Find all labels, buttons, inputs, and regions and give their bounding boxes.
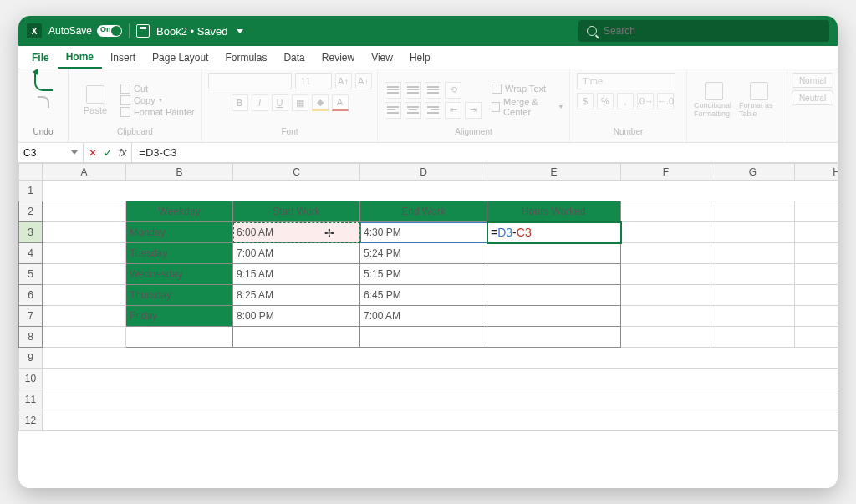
cell[interactable] (621, 327, 711, 348)
cell[interactable] (43, 201, 126, 222)
underline-button[interactable]: U (272, 94, 288, 111)
confirm-formula-button[interactable]: ✓ (104, 147, 112, 159)
search-box[interactable] (578, 20, 829, 42)
cell[interactable] (621, 222, 711, 243)
align-right-button[interactable] (425, 102, 441, 119)
tab-insert[interactable]: Insert (102, 46, 144, 69)
format-as-table-button[interactable]: Format as Table (739, 82, 779, 119)
decrease-decimal-button[interactable]: ←.0 (657, 93, 674, 109)
autosave-toggle[interactable]: AutoSave On (48, 25, 122, 37)
cut-button[interactable]: Cut (120, 84, 195, 94)
tab-data[interactable]: Data (275, 46, 313, 69)
select-all-corner[interactable] (19, 164, 43, 181)
cell[interactable] (711, 327, 795, 348)
cell[interactable] (43, 348, 838, 369)
row-header[interactable]: 2 (19, 201, 43, 222)
chevron-down-icon[interactable] (237, 29, 243, 33)
cell[interactable] (795, 201, 838, 222)
document-title[interactable]: Book2 • Saved (156, 25, 228, 38)
cell[interactable] (43, 222, 126, 243)
orientation-button[interactable]: ⟲ (445, 82, 461, 99)
switch-icon[interactable]: On (97, 25, 122, 37)
row-header[interactable]: 9 (19, 348, 43, 369)
cell-D3[interactable]: 4:30 PM (360, 222, 487, 243)
font-family-select[interactable] (208, 73, 292, 89)
tab-home[interactable]: Home (58, 46, 102, 69)
table-header-end[interactable]: End Work (360, 201, 487, 222)
col-header-H[interactable]: H (795, 164, 838, 181)
cell[interactable] (43, 306, 126, 327)
row-header[interactable]: 8 (19, 327, 43, 348)
row-header[interactable]: 3 (19, 222, 43, 243)
cell[interactable] (711, 285, 795, 306)
italic-button[interactable]: I (252, 94, 268, 111)
cell-E7[interactable] (487, 306, 621, 327)
cell-C8[interactable] (233, 327, 360, 348)
cell-D6[interactable]: 6:45 PM (360, 285, 487, 306)
currency-button[interactable]: $ (577, 93, 594, 109)
table-header-start[interactable]: Start Work (233, 201, 360, 222)
table-header-weekday[interactable]: Weekday (126, 201, 233, 222)
cell[interactable] (795, 285, 838, 306)
col-header-E[interactable]: E (487, 164, 621, 181)
cell[interactable] (795, 222, 838, 243)
col-header-B[interactable]: B (126, 164, 233, 181)
copy-button[interactable]: Copy▾ (120, 95, 195, 105)
paste-button[interactable]: Paste (75, 85, 115, 115)
cell-E4[interactable] (487, 243, 621, 264)
cell[interactable] (795, 306, 838, 327)
tab-file[interactable]: File (23, 46, 58, 69)
cell-D8[interactable] (360, 327, 487, 348)
cell[interactable] (43, 243, 126, 264)
decrease-indent-button[interactable]: ⇤ (445, 102, 461, 119)
row-header[interactable]: 4 (19, 243, 43, 264)
cell[interactable] (795, 243, 838, 264)
spreadsheet-grid[interactable]: A B C D E F G H 1 2 Weekday Start Work (18, 163, 838, 488)
align-left-button[interactable] (385, 102, 401, 119)
cell-E3[interactable]: =D3-C3 (487, 222, 621, 243)
row-header[interactable]: 11 (19, 389, 43, 410)
increase-indent-button[interactable]: ⇥ (465, 102, 482, 119)
name-box[interactable]: C3 (18, 143, 84, 162)
cell-E8[interactable] (487, 327, 621, 348)
cell[interactable] (43, 285, 126, 306)
tab-formulas[interactable]: Formulas (217, 46, 275, 69)
col-header-G[interactable]: G (711, 164, 795, 181)
cell-C7[interactable]: 8:00 PM (233, 306, 360, 327)
cell-D7[interactable]: 7:00 AM (360, 306, 487, 327)
cell[interactable] (711, 201, 795, 222)
redo-button[interactable] (38, 96, 49, 108)
cell[interactable] (795, 327, 838, 348)
cell-E5[interactable] (487, 264, 621, 285)
cell-B5[interactable]: Wednesday (126, 264, 233, 285)
cell-D4[interactable]: 5:24 PM (360, 243, 487, 264)
cell[interactable] (621, 243, 711, 264)
cell-C5[interactable]: 9:15 AM (233, 264, 360, 285)
row-header[interactable]: 6 (19, 285, 43, 306)
cell[interactable] (621, 264, 711, 285)
align-middle-button[interactable] (405, 82, 421, 99)
align-bottom-button[interactable] (425, 82, 441, 99)
cell[interactable] (43, 389, 838, 410)
font-color-button[interactable]: A (332, 94, 349, 111)
col-header-D[interactable]: D (360, 164, 487, 181)
row-header[interactable]: 1 (19, 181, 43, 201)
style-neutral[interactable]: Neutral (792, 90, 833, 105)
row-header[interactable]: 7 (19, 306, 43, 327)
bold-button[interactable]: B (232, 94, 248, 111)
font-size-select[interactable]: 11 (295, 73, 332, 89)
undo-button[interactable] (34, 73, 53, 91)
cell-B8[interactable] (126, 327, 233, 348)
cell-C6[interactable]: 8:25 AM (233, 285, 360, 306)
decrease-font-button[interactable]: A↓ (355, 73, 372, 89)
search-input[interactable] (604, 25, 821, 37)
align-top-button[interactable] (385, 82, 401, 99)
number-format-select[interactable]: Time (577, 73, 675, 89)
cell-B7[interactable]: Friday (126, 306, 233, 327)
cell[interactable] (43, 327, 126, 348)
cell-B3[interactable]: Monday (126, 222, 233, 243)
table-header-hours[interactable]: Hours Worked (487, 201, 621, 222)
cell[interactable] (43, 369, 838, 389)
merge-center-button[interactable]: Merge & Center▾ (492, 97, 563, 117)
tab-view[interactable]: View (363, 46, 401, 69)
